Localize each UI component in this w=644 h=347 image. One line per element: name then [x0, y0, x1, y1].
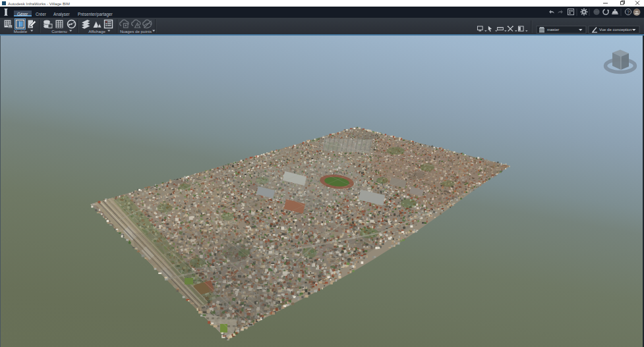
- svg-text:master: master: [547, 28, 559, 32]
- svg-text:?: ?: [627, 9, 629, 15]
- svg-text:Vue de conception: Vue de conception: [599, 28, 631, 32]
- svg-text:Modèle: Modèle: [14, 29, 28, 34]
- svg-text:Affichage: Affichage: [88, 29, 105, 34]
- svg-text:Contenu: Contenu: [51, 29, 67, 34]
- svg-text:Nuages de points: Nuages de points: [120, 29, 152, 34]
